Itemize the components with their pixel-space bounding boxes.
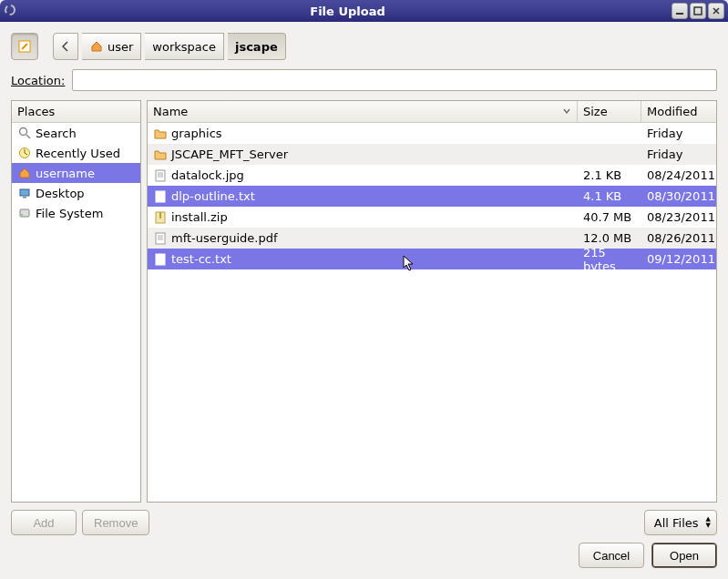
svg-rect-8	[20, 209, 29, 217]
file-size: 4.1 KB	[578, 189, 641, 203]
file-name: mft-userguide.pdf	[171, 231, 278, 245]
file-modified: Friday	[641, 127, 716, 140]
svg-rect-11	[156, 191, 165, 202]
file-filter-label: All Files	[654, 516, 699, 530]
path-segment-label: workspace	[152, 40, 216, 54]
desktop-icon	[17, 186, 32, 200]
file-row[interactable]: install.zip40.7 MB08/23/2011	[148, 207, 716, 228]
file-icon	[153, 189, 168, 204]
path-segment-workspace[interactable]: workspace	[145, 33, 224, 60]
file-size: 2.1 KB	[578, 168, 641, 182]
places-buttons-row: Add Remove All Files ▲▼	[11, 510, 717, 535]
path-segment-jscape[interactable]: jscape	[228, 33, 286, 60]
places-item-filesystem[interactable]: File System	[12, 203, 140, 223]
places-item-home[interactable]: username	[12, 163, 140, 183]
loading-icon	[4, 4, 18, 18]
column-header-size[interactable]: Size	[578, 101, 641, 122]
column-header-label: Size	[583, 105, 608, 118]
titlebar: File Upload	[0, 0, 728, 22]
close-button[interactable]	[708, 3, 724, 19]
file-row[interactable]: dlp-outline.txt4.1 KB08/30/2011	[148, 186, 716, 207]
file-rows[interactable]: graphicsFridayJSCAPE_MFT_ServerFridaydat…	[148, 123, 716, 502]
add-button[interactable]: Add	[11, 510, 77, 535]
file-modified: 08/23/2011	[641, 210, 716, 224]
svg-rect-13	[159, 212, 161, 218]
dialog-buttons-row: Cancel Open	[11, 543, 717, 568]
maximize-button[interactable]	[690, 3, 706, 19]
file-filter-combo[interactable]: All Files ▲▼	[644, 510, 717, 535]
places-item-label: Recently Used	[36, 147, 120, 160]
column-header-label: Name	[153, 105, 188, 118]
disk-icon	[17, 206, 32, 220]
file-list: Name Size Modified graphicsFridayJSCAPE_…	[147, 100, 717, 503]
file-icon	[153, 231, 168, 246]
folder-icon	[153, 127, 168, 141]
search-icon	[17, 126, 32, 140]
file-list-header: Name Size Modified	[148, 101, 716, 123]
file-modified: Friday	[641, 147, 716, 161]
svg-rect-14	[156, 233, 165, 244]
file-row[interactable]: graphicsFriday	[148, 123, 716, 144]
file-name: JSCAPE_MFT_Server	[171, 147, 288, 161]
zip-icon	[153, 210, 168, 225]
window-title: File Upload	[24, 5, 672, 18]
file-size: 12.0 MB	[578, 231, 641, 245]
svg-rect-15	[156, 254, 165, 265]
path-toolbar: user workspace jscape	[11, 33, 717, 60]
file-modified: 08/24/2011	[641, 168, 716, 182]
folder-icon	[153, 147, 168, 162]
path-segment-label: user	[108, 40, 133, 54]
places-item-label: username	[36, 167, 95, 180]
location-row: Location:	[11, 69, 717, 91]
location-label: Location:	[11, 74, 65, 87]
svg-rect-2	[694, 7, 702, 15]
minimize-button[interactable]	[672, 3, 688, 19]
column-header-label: Modified	[647, 105, 697, 118]
file-icon	[153, 168, 168, 183]
path-segment-user[interactable]: user	[82, 33, 141, 60]
edit-path-button[interactable]	[11, 33, 38, 60]
file-name: install.zip	[171, 210, 228, 224]
file-row[interactable]: JSCAPE_MFT_ServerFriday	[148, 144, 716, 165]
path-back-button[interactable]	[53, 33, 78, 60]
places-item-label: File System	[36, 207, 103, 220]
home-icon	[89, 39, 104, 54]
places-header[interactable]: Places	[12, 101, 140, 123]
file-icon	[153, 252, 168, 267]
file-size: 40.7 MB	[578, 210, 641, 224]
updown-icon: ▲▼	[706, 516, 711, 529]
path-segment-label: jscape	[235, 40, 278, 54]
places-item-label: Search	[36, 127, 77, 140]
home-icon	[17, 166, 32, 180]
svg-rect-10	[156, 170, 165, 181]
svg-rect-9	[21, 214, 23, 216]
file-modified: 08/26/2011	[641, 231, 716, 245]
column-header-modified[interactable]: Modified	[641, 101, 716, 122]
remove-button[interactable]: Remove	[82, 510, 149, 535]
svg-point-4	[20, 128, 27, 136]
places-item-label: Desktop	[36, 187, 85, 200]
location-input[interactable]	[72, 69, 717, 91]
file-name: graphics	[171, 127, 222, 140]
places-item-recent[interactable]: Recently Used	[12, 143, 140, 163]
file-modified: 08/30/2011	[641, 189, 716, 203]
svg-rect-6	[20, 189, 29, 196]
file-size: 215 bytes	[578, 246, 641, 273]
places-item-search[interactable]: Search	[12, 123, 140, 143]
file-name: datalock.jpg	[171, 168, 244, 182]
places-panel: Places Search Recently Used username Des…	[11, 100, 141, 503]
file-row[interactable]: test-cc.txt215 bytes09/12/2011	[148, 249, 716, 269]
cancel-button[interactable]: Cancel	[579, 543, 644, 568]
file-name: dlp-outline.txt	[171, 189, 255, 203]
places-item-desktop[interactable]: Desktop	[12, 183, 140, 203]
file-name: test-cc.txt	[171, 252, 231, 266]
svg-rect-1	[676, 13, 683, 15]
clock-icon	[17, 146, 32, 160]
svg-point-0	[5, 5, 15, 15]
file-row[interactable]: datalock.jpg2.1 KB08/24/2011	[148, 165, 716, 186]
file-modified: 09/12/2011	[641, 252, 716, 266]
open-button[interactable]: Open	[651, 543, 717, 568]
svg-rect-7	[23, 197, 26, 198]
column-header-name[interactable]: Name	[148, 101, 578, 122]
sort-indicator-icon	[562, 105, 571, 118]
